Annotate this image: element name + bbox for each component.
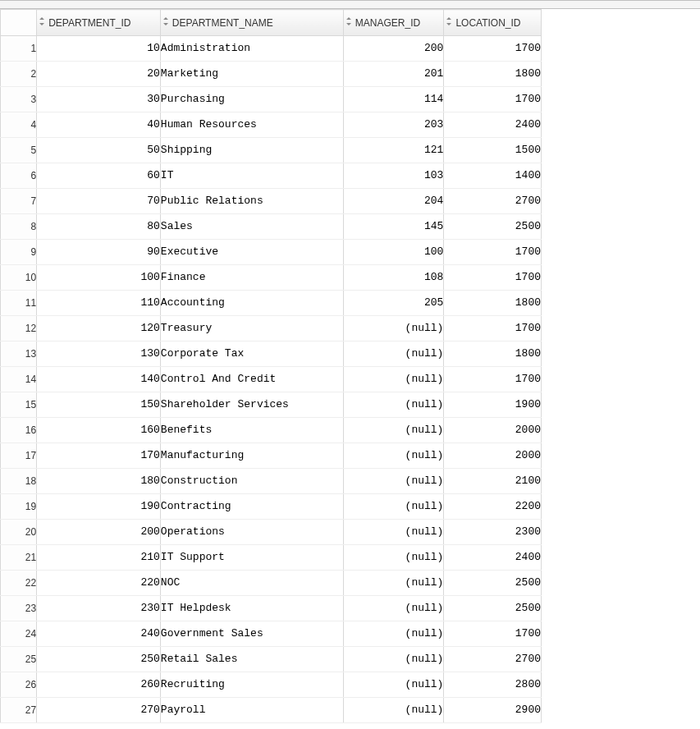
cell-department_id[interactable]: 30 bbox=[37, 86, 161, 112]
row-number[interactable]: 25 bbox=[1, 646, 37, 672]
row-number[interactable]: 7 bbox=[1, 188, 37, 213]
cell-location_id[interactable]: 1800 bbox=[444, 290, 542, 315]
cell-department_id[interactable]: 120 bbox=[37, 315, 161, 341]
cell-department_id[interactable]: 80 bbox=[37, 213, 161, 239]
row-number[interactable]: 1 bbox=[1, 35, 37, 61]
cell-manager_id[interactable]: 205 bbox=[343, 290, 444, 315]
cell-department_id[interactable]: 60 bbox=[37, 163, 161, 188]
cell-department_name[interactable]: Accounting bbox=[160, 290, 343, 315]
table-row[interactable]: 26260Recruiting(null)2800 bbox=[1, 672, 542, 697]
row-number[interactable]: 15 bbox=[1, 392, 37, 417]
cell-department_name[interactable]: Benefits bbox=[160, 417, 343, 442]
cell-department_id[interactable]: 260 bbox=[37, 672, 161, 697]
column-header-manager-id[interactable]: MANAGER_ID bbox=[343, 10, 444, 36]
table-row[interactable]: 23230IT Helpdesk(null)2500 bbox=[1, 595, 542, 621]
cell-department_name[interactable]: IT Support bbox=[160, 544, 343, 570]
table-row[interactable]: 990Executive1001700 bbox=[1, 239, 542, 264]
cell-location_id[interactable]: 2700 bbox=[444, 646, 542, 672]
row-number[interactable]: 10 bbox=[1, 264, 37, 290]
table-row[interactable]: 14140Control And Credit(null)1700 bbox=[1, 366, 542, 392]
cell-manager_id[interactable]: (null) bbox=[343, 672, 444, 697]
cell-location_id[interactable]: 1700 bbox=[444, 239, 542, 264]
row-number[interactable]: 23 bbox=[1, 595, 37, 621]
cell-manager_id[interactable]: (null) bbox=[343, 341, 444, 366]
cell-department_name[interactable]: Administration bbox=[160, 35, 343, 61]
cell-department_name[interactable]: NOC bbox=[160, 570, 343, 595]
cell-department_id[interactable]: 180 bbox=[37, 468, 161, 493]
cell-manager_id[interactable]: (null) bbox=[343, 697, 444, 722]
row-number[interactable]: 9 bbox=[1, 239, 37, 264]
cell-location_id[interactable]: 2400 bbox=[444, 112, 542, 137]
cell-location_id[interactable]: 2100 bbox=[444, 468, 542, 493]
cell-manager_id[interactable]: 108 bbox=[343, 264, 444, 290]
cell-department_id[interactable]: 200 bbox=[37, 519, 161, 544]
cell-manager_id[interactable]: 204 bbox=[343, 188, 444, 213]
cell-department_name[interactable]: Executive bbox=[160, 239, 343, 264]
cell-location_id[interactable]: 2300 bbox=[444, 519, 542, 544]
cell-location_id[interactable]: 2200 bbox=[444, 493, 542, 519]
cell-department_name[interactable]: Operations bbox=[160, 519, 343, 544]
cell-department_name[interactable]: Treasury bbox=[160, 315, 343, 341]
cell-department_id[interactable]: 20 bbox=[37, 61, 161, 86]
cell-location_id[interactable]: 2500 bbox=[444, 570, 542, 595]
table-row[interactable]: 440Human Resources2032400 bbox=[1, 112, 542, 137]
cell-department_name[interactable]: Corporate Tax bbox=[160, 341, 343, 366]
row-number[interactable]: 6 bbox=[1, 163, 37, 188]
cell-location_id[interactable]: 2000 bbox=[444, 442, 542, 468]
row-number[interactable]: 2 bbox=[1, 61, 37, 86]
cell-manager_id[interactable]: (null) bbox=[343, 468, 444, 493]
row-number[interactable]: 20 bbox=[1, 519, 37, 544]
cell-department_id[interactable]: 220 bbox=[37, 570, 161, 595]
row-number[interactable]: 22 bbox=[1, 570, 37, 595]
cell-department_id[interactable]: 210 bbox=[37, 544, 161, 570]
cell-department_id[interactable]: 250 bbox=[37, 646, 161, 672]
cell-location_id[interactable]: 2700 bbox=[444, 188, 542, 213]
row-number[interactable]: 4 bbox=[1, 112, 37, 137]
row-number[interactable]: 12 bbox=[1, 315, 37, 341]
table-row[interactable]: 27270Payroll(null)2900 bbox=[1, 697, 542, 722]
cell-department_id[interactable]: 90 bbox=[37, 239, 161, 264]
table-row[interactable]: 10100Finance1081700 bbox=[1, 264, 542, 290]
table-row[interactable]: 24240Government Sales(null)1700 bbox=[1, 621, 542, 646]
cell-department_id[interactable]: 270 bbox=[37, 697, 161, 722]
table-row[interactable]: 18180Construction(null)2100 bbox=[1, 468, 542, 493]
cell-manager_id[interactable]: 121 bbox=[343, 137, 444, 163]
table-row[interactable]: 15150Shareholder Services(null)1900 bbox=[1, 392, 542, 417]
cell-department_id[interactable]: 110 bbox=[37, 290, 161, 315]
cell-department_id[interactable]: 10 bbox=[37, 35, 161, 61]
table-row[interactable]: 16160Benefits(null)2000 bbox=[1, 417, 542, 442]
cell-department_name[interactable]: Recruiting bbox=[160, 672, 343, 697]
row-number[interactable]: 24 bbox=[1, 621, 37, 646]
cell-manager_id[interactable]: (null) bbox=[343, 570, 444, 595]
cell-manager_id[interactable]: (null) bbox=[343, 646, 444, 672]
row-number[interactable]: 3 bbox=[1, 86, 37, 112]
cell-department_name[interactable]: Government Sales bbox=[160, 621, 343, 646]
cell-manager_id[interactable]: 200 bbox=[343, 35, 444, 61]
cell-department_name[interactable]: Finance bbox=[160, 264, 343, 290]
row-number[interactable]: 26 bbox=[1, 672, 37, 697]
cell-manager_id[interactable]: (null) bbox=[343, 493, 444, 519]
cell-department_name[interactable]: Human Resources bbox=[160, 112, 343, 137]
row-number[interactable]: 13 bbox=[1, 341, 37, 366]
cell-manager_id[interactable]: (null) bbox=[343, 595, 444, 621]
cell-location_id[interactable]: 1700 bbox=[444, 264, 542, 290]
cell-department_name[interactable]: Contracting bbox=[160, 493, 343, 519]
table-row[interactable]: 22220NOC(null)2500 bbox=[1, 570, 542, 595]
table-row[interactable]: 880Sales1452500 bbox=[1, 213, 542, 239]
cell-manager_id[interactable]: (null) bbox=[343, 315, 444, 341]
cell-manager_id[interactable]: 201 bbox=[343, 61, 444, 86]
cell-department_id[interactable]: 240 bbox=[37, 621, 161, 646]
cell-department_id[interactable]: 40 bbox=[37, 112, 161, 137]
row-number[interactable]: 21 bbox=[1, 544, 37, 570]
cell-department_id[interactable]: 150 bbox=[37, 392, 161, 417]
table-row[interactable]: 220Marketing2011800 bbox=[1, 61, 542, 86]
table-row[interactable]: 17170Manufacturing(null)2000 bbox=[1, 442, 542, 468]
cell-location_id[interactable]: 1800 bbox=[444, 61, 542, 86]
cell-department_name[interactable]: Purchasing bbox=[160, 86, 343, 112]
column-header-department-id[interactable]: DEPARTMENT_ID bbox=[37, 10, 161, 36]
cell-manager_id[interactable]: 203 bbox=[343, 112, 444, 137]
cell-department_name[interactable]: Marketing bbox=[160, 61, 343, 86]
table-row[interactable]: 19190Contracting(null)2200 bbox=[1, 493, 542, 519]
row-number[interactable]: 18 bbox=[1, 468, 37, 493]
cell-location_id[interactable]: 1700 bbox=[444, 315, 542, 341]
